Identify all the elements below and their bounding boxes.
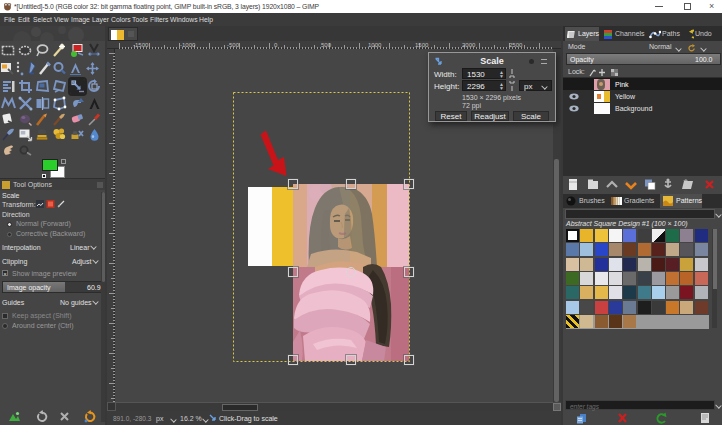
svg-text:1000: 1000 [368,42,382,48]
svg-text:500: 500 [321,42,332,48]
svg-text:-1500: -1500 [133,42,149,48]
svg-text:2000: 2000 [462,42,476,48]
svg-text:-500: -500 [227,42,240,48]
svg-text:2500: 2500 [509,42,523,48]
svg-text:1500: 1500 [415,42,429,48]
svg-text:0: 0 [274,42,278,48]
svg-text:-1000: -1000 [180,42,196,48]
